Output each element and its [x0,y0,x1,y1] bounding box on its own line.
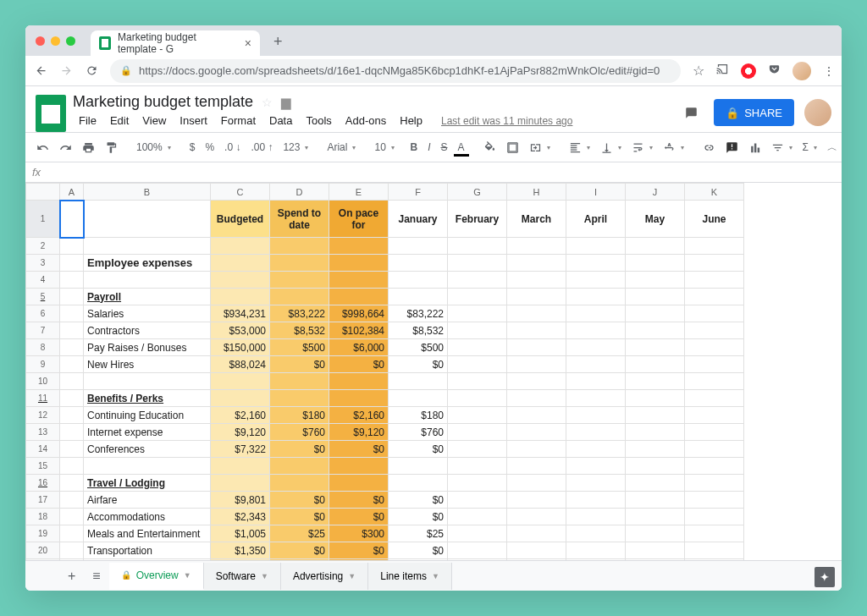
cell[interactable] [566,373,626,390]
cell[interactable] [60,322,84,339]
cell[interactable] [389,475,448,492]
add-sheet-button[interactable]: + [59,564,84,589]
menu-help[interactable]: Help [394,113,428,129]
cell[interactable] [685,458,744,475]
text-wrap-button[interactable] [627,138,657,157]
cell[interactable] [685,272,744,289]
redo-button[interactable] [55,138,76,157]
column-header[interactable]: F [389,184,448,201]
cell[interactable] [566,390,626,407]
cell[interactable]: June [685,201,744,238]
column-header[interactable]: K [685,184,744,201]
cell[interactable] [507,305,566,322]
cell[interactable] [685,255,744,272]
cell[interactable] [566,509,626,525]
cell[interactable] [626,238,685,255]
zoom-select[interactable]: 100% [132,138,175,157]
vertical-align-button[interactable] [596,138,626,157]
cell[interactable] [626,272,685,289]
cell[interactable] [566,322,626,339]
cell[interactable]: $934,231 [211,305,270,322]
cell[interactable] [685,441,744,458]
cell[interactable] [389,238,448,255]
cell[interactable] [389,390,448,407]
cell[interactable]: $2,343 [211,509,270,525]
cell[interactable] [507,272,566,289]
cell[interactable] [84,272,211,289]
cell[interactable] [626,407,685,424]
cell[interactable] [60,390,84,407]
cell[interactable] [507,525,566,542]
cell[interactable] [60,441,84,458]
menu-data[interactable]: Data [263,113,298,129]
cell[interactable] [685,509,744,525]
cell[interactable] [507,542,566,559]
cell[interactable] [389,458,448,475]
row-header[interactable]: 9 [26,356,60,373]
cell[interactable] [566,356,626,373]
cell[interactable]: $9,120 [211,424,270,441]
cell[interactable] [566,289,626,305]
row-header[interactable]: 8 [26,339,60,356]
text-color-button[interactable]: A [454,138,469,157]
column-header[interactable]: E [329,184,389,201]
cell[interactable]: Payroll [84,289,211,305]
cell[interactable] [685,492,744,509]
cell[interactable]: $0 [270,509,329,525]
cell[interactable]: January [389,201,448,238]
column-header[interactable]: G [448,184,507,201]
cell[interactable]: $0 [329,542,389,559]
cell[interactable] [566,272,626,289]
print-button[interactable] [78,138,99,157]
cell[interactable] [211,289,270,305]
row-header[interactable]: 2 [26,238,60,255]
maximize-window[interactable] [66,36,75,46]
menu-edit[interactable]: Edit [104,113,135,129]
paint-format-button[interactable] [101,138,122,157]
row-header[interactable]: 12 [26,407,60,424]
cell[interactable] [270,475,329,492]
cell[interactable] [60,305,84,322]
cast-icon[interactable] [716,63,729,79]
font-size-select[interactable]: 10 [370,138,395,157]
menu-tools[interactable]: Tools [300,113,337,129]
chevron-down-icon[interactable]: ▼ [432,572,439,580]
cell[interactable] [270,238,329,255]
cell[interactable] [448,339,507,356]
cell[interactable] [211,475,270,492]
cell[interactable] [329,255,389,272]
cell[interactable]: $83,222 [389,305,448,322]
reload-button[interactable] [85,64,98,78]
cell[interactable]: Airfare [84,492,211,509]
cell[interactable] [507,407,566,424]
merge-cells-button[interactable] [525,138,555,157]
cell[interactable] [685,407,744,424]
cell[interactable] [626,339,685,356]
profile-avatar[interactable] [792,62,811,80]
filter-button[interactable] [767,138,797,157]
cell[interactable] [507,424,566,441]
star-document-icon[interactable]: ☆ [262,96,273,109]
font-select[interactable]: Arial [323,138,360,157]
cell[interactable]: $0 [270,356,329,373]
row-header[interactable]: 1 [26,201,60,238]
cell[interactable] [329,272,389,289]
cell[interactable]: Budgeted [211,201,270,238]
cell[interactable]: Salaries [84,305,211,322]
column-header[interactable]: I [566,184,626,201]
document-title[interactable]: Marketing budget template [73,93,253,111]
cell[interactable] [60,255,84,272]
cell[interactable] [211,255,270,272]
row-header[interactable]: 19 [26,525,60,542]
cell[interactable] [448,322,507,339]
sheet-tab-advertising[interactable]: Advertising▼ [281,563,368,590]
cell[interactable]: $9,801 [211,492,270,509]
formula-bar[interactable]: fx [25,162,842,183]
cell[interactable] [270,373,329,390]
cell[interactable] [448,458,507,475]
cell[interactable]: On pace for [329,201,389,238]
cell[interactable] [507,458,566,475]
cell[interactable] [566,458,626,475]
increase-decimal-button[interactable]: .00 ↑ [246,138,277,157]
text-rotation-button[interactable] [659,138,688,157]
